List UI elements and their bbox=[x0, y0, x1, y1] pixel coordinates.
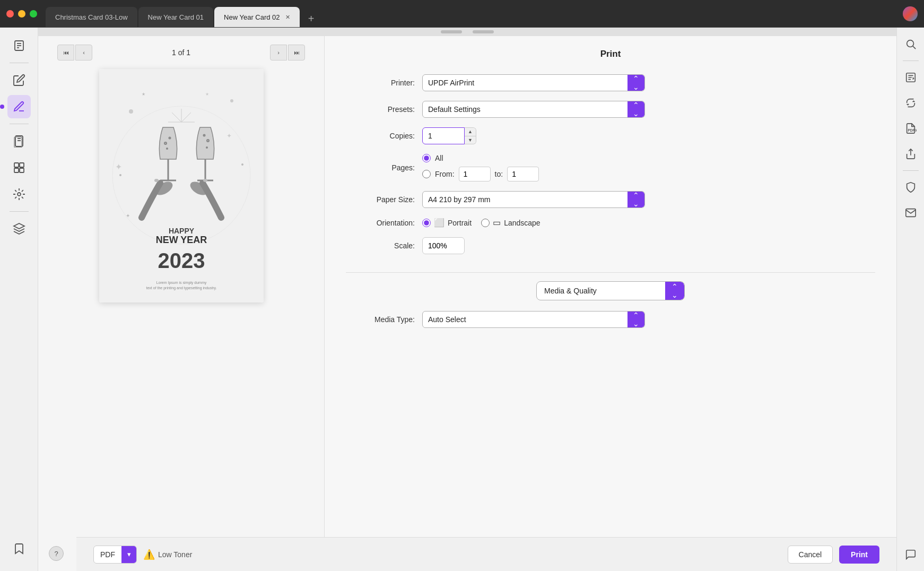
pages-range-row: From: to: bbox=[422, 167, 539, 181]
media-type-select-wrapper[interactable]: Auto Select ⌃⌄ bbox=[422, 311, 645, 328]
printer-select-wrapper[interactable]: UPDF AirPrint ⌃⌄ bbox=[422, 74, 645, 91]
rs-search-icon[interactable] bbox=[901, 34, 921, 54]
svg-text:2023: 2023 bbox=[158, 249, 205, 272]
svg-text:✦: ✦ bbox=[226, 132, 232, 140]
title-bar: Christmas Card 03-Low New Year Card 01 N… bbox=[0, 0, 924, 28]
svg-text:Lorem Ipsum is simply dummy: Lorem Ipsum is simply dummy bbox=[156, 281, 206, 285]
tab-new-year-card-01[interactable]: New Year Card 01 bbox=[138, 7, 214, 27]
svg-point-48 bbox=[906, 40, 913, 47]
rs-convert-icon[interactable] bbox=[901, 93, 921, 113]
print-settings-panel: Print Printer: UPDF AirPrint ⌃⌄ Presets: bbox=[325, 36, 896, 571]
add-tab-button[interactable]: + bbox=[303, 10, 320, 27]
print-dialog-container: ⏮ ‹ 1 of 1 › ⏭ bbox=[38, 28, 896, 571]
paper-size-select-wrapper[interactable]: A4 210 by 297 mm ⌃⌄ bbox=[422, 191, 645, 208]
tab-label-ny01: New Year Card 01 bbox=[148, 13, 204, 21]
tab-close-button[interactable]: ✕ bbox=[285, 14, 290, 21]
preview-svg: ✦ ✦ ✦ ★ ★ bbox=[99, 69, 264, 302]
rs-ocr-icon[interactable] bbox=[901, 67, 921, 88]
landscape-option: ▭ Landscape bbox=[481, 218, 541, 228]
rs-pdfa-icon[interactable]: PDF/A bbox=[901, 118, 921, 139]
copies-decrement[interactable]: ▼ bbox=[465, 136, 476, 144]
orientation-label: Orientation: bbox=[346, 219, 415, 227]
next-nav-group: › ⏭ bbox=[270, 45, 305, 60]
svg-point-32 bbox=[203, 135, 205, 136]
settings-divider bbox=[346, 272, 875, 273]
user-avatar[interactable] bbox=[903, 6, 918, 21]
paper-size-select[interactable]: A4 210 by 297 mm bbox=[423, 192, 644, 207]
printer-select[interactable]: UPDF AirPrint bbox=[423, 75, 644, 91]
pdf-dropdown-arrow[interactable]: ▾ bbox=[121, 546, 136, 564]
svg-rect-10 bbox=[14, 168, 19, 172]
low-toner-badge: ⚠️ Low Toner bbox=[143, 549, 192, 560]
next-page-button[interactable]: › bbox=[270, 45, 287, 60]
preview-area: ⏮ ‹ 1 of 1 › ⏭ bbox=[38, 36, 325, 571]
sidebar-icon-pages[interactable] bbox=[7, 129, 31, 153]
rs-share-icon[interactable] bbox=[901, 144, 921, 164]
sidebar-icon-reading[interactable] bbox=[7, 34, 31, 57]
print-button[interactable]: Print bbox=[839, 546, 879, 564]
tab-label-christmas: Christmas Card 03-Low bbox=[55, 13, 128, 21]
preview-nav: ⏮ ‹ 1 of 1 › ⏭ bbox=[47, 45, 316, 60]
orientation-control: ⬜ Portrait ▭ Landscape bbox=[422, 218, 541, 228]
svg-text:NEW YEAR: NEW YEAR bbox=[155, 235, 207, 245]
tab-christmas-card[interactable]: Christmas Card 03-Low bbox=[46, 7, 137, 27]
sidebar-icon-combine[interactable] bbox=[7, 156, 31, 179]
paper-size-label: Paper Size: bbox=[346, 195, 415, 204]
svg-line-49 bbox=[913, 46, 916, 49]
tab-new-year-card-02[interactable]: New Year Card 02 ✕ bbox=[214, 7, 300, 27]
rs-protect-icon[interactable] bbox=[901, 177, 921, 197]
sidebar-icon-layers[interactable] bbox=[7, 217, 31, 240]
last-page-button[interactable]: ⏭ bbox=[288, 45, 305, 60]
orientation-row: Orientation: ⬜ Portrait ▭ Landscape bbox=[346, 218, 875, 228]
help-button[interactable]: ? bbox=[49, 546, 64, 561]
sidebar-icon-tools[interactable] bbox=[7, 183, 31, 206]
media-quality-select[interactable]: Media & Quality bbox=[537, 282, 684, 300]
paper-size-row: Paper Size: A4 210 by 297 mm ⌃⌄ bbox=[346, 191, 875, 208]
portrait-radio[interactable] bbox=[422, 219, 431, 227]
active-indicator-dot bbox=[0, 105, 4, 109]
svg-text:★: ★ bbox=[142, 92, 145, 97]
pages-to-input[interactable] bbox=[507, 167, 539, 181]
svg-point-12 bbox=[18, 193, 21, 196]
media-type-select[interactable]: Auto Select bbox=[423, 312, 644, 327]
pages-row: Pages: All From: to: bbox=[346, 154, 875, 181]
printer-row: Printer: UPDF AirPrint ⌃⌄ bbox=[346, 74, 875, 91]
pages-from-input[interactable] bbox=[459, 167, 491, 181]
sidebar-icon-edit[interactable] bbox=[7, 68, 31, 92]
pages-label: Pages: bbox=[346, 163, 415, 172]
svg-point-28 bbox=[167, 148, 168, 149]
portrait-label: Portrait bbox=[448, 219, 472, 227]
copies-increment[interactable]: ▲ bbox=[465, 128, 476, 136]
rs-comment-icon[interactable] bbox=[901, 544, 921, 565]
sidebar-icon-annotate[interactable] bbox=[7, 95, 31, 118]
maximize-traffic-light[interactable] bbox=[30, 10, 37, 18]
landscape-radio[interactable] bbox=[481, 219, 490, 227]
pdf-button[interactable]: PDF ▾ bbox=[93, 546, 137, 564]
presets-select-wrapper[interactable]: Default Settings ⌃⌄ bbox=[422, 101, 645, 118]
minimize-traffic-light[interactable] bbox=[18, 10, 25, 18]
prev-page-button[interactable]: ‹ bbox=[75, 45, 92, 60]
low-toner-label: Low Toner bbox=[158, 550, 192, 559]
pages-from-label: From: bbox=[435, 170, 455, 178]
close-traffic-light[interactable] bbox=[6, 10, 14, 18]
pages-all-radio[interactable] bbox=[422, 154, 431, 162]
cancel-button[interactable]: Cancel bbox=[788, 546, 833, 564]
svg-rect-8 bbox=[14, 163, 19, 167]
scale-input[interactable] bbox=[422, 237, 465, 254]
svg-text:✦: ✦ bbox=[126, 213, 130, 219]
svg-point-18 bbox=[241, 163, 243, 166]
sidebar-icon-bookmark[interactable] bbox=[7, 537, 31, 560]
svg-text:✦: ✦ bbox=[115, 162, 122, 171]
presets-select[interactable]: Default Settings bbox=[423, 101, 644, 117]
rs-send-icon[interactable] bbox=[901, 203, 921, 223]
pages-all-row: All bbox=[422, 154, 443, 162]
media-quality-select-wrapper[interactable]: Media & Quality ⌃⌄ bbox=[536, 281, 685, 300]
media-quality-row: Media & Quality ⌃⌄ bbox=[346, 281, 875, 300]
svg-text:★: ★ bbox=[205, 92, 209, 97]
pages-range-radio[interactable] bbox=[422, 170, 431, 178]
svg-text:PDF/A: PDF/A bbox=[908, 128, 917, 132]
first-page-button[interactable]: ⏮ bbox=[57, 45, 74, 60]
svg-point-33 bbox=[206, 147, 207, 148]
sidebar-divider-3 bbox=[10, 211, 29, 212]
copies-input[interactable] bbox=[422, 127, 465, 144]
